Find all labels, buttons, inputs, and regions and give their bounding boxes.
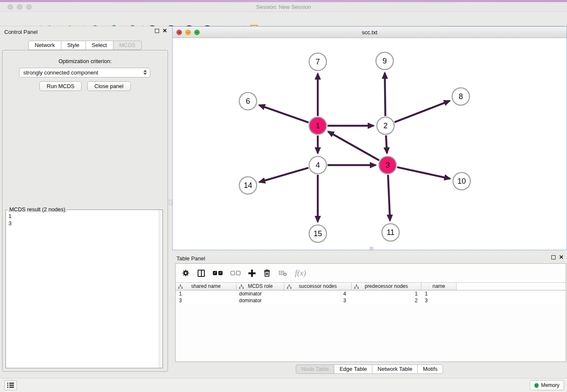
mcds-tab-content: Optimization criterion: strongly connect… (2, 50, 168, 372)
delete-columns-icon[interactable] (264, 268, 270, 279)
function-builder-icon[interactable]: f(x) (295, 268, 306, 279)
table-cell[interactable]: 3 (284, 297, 352, 304)
tab-edge-table[interactable]: Edge Table (334, 364, 372, 374)
column-header-name[interactable]: name (421, 283, 457, 290)
table-row[interactable]: 1 dominator 4 1 1 (176, 290, 566, 297)
tab-node-table[interactable]: Node Table (296, 364, 335, 374)
network-canvas[interactable]: 7968124314101511 (173, 38, 567, 250)
table-row[interactable]: 3 dominator 3 2 3 (176, 297, 566, 304)
criterion-value: strongly connected component (23, 69, 98, 76)
network-window: ✕ − + scc.txt 7968124314101511 (172, 26, 567, 250)
tab-network[interactable]: Network (28, 41, 61, 50)
table-tabs: Node Table Edge Table Network Table Moti… (172, 364, 567, 374)
column-header-mcds-role[interactable]: MCDS role (237, 283, 284, 290)
float-table-panel-icon[interactable] (551, 255, 556, 259)
table-cell[interactable]: dominator (237, 290, 284, 297)
hierarchy-icon (178, 284, 183, 289)
table-panel-header: Table Panel ✕ (172, 253, 567, 264)
close-panel-icon[interactable]: ✕ (162, 29, 167, 33)
table-cell[interactable]: 1 (176, 290, 237, 297)
svg-text:8: 8 (459, 92, 463, 101)
close-table-panel-icon[interactable]: ✕ (559, 255, 564, 259)
tab-style[interactable]: Style (61, 41, 86, 50)
table-settings-icon[interactable] (182, 268, 190, 279)
mcds-result-box: MCDS result (2 nodes) 1 3 (6, 210, 163, 368)
mcds-result-line: 1 (8, 213, 156, 220)
graph-edge-3-11[interactable] (388, 175, 390, 221)
svg-text:15: 15 (314, 229, 322, 238)
application-window: Session: New Session (0, 0, 567, 392)
column-header-predecessor-nodes[interactable]: predecessor nodes (352, 283, 421, 290)
svg-text:7: 7 (316, 58, 320, 66)
criterion-select[interactable]: strongly connected component (19, 68, 150, 77)
graph-edge-2-3[interactable] (386, 135, 387, 153)
graph-node-6[interactable]: 6 (239, 93, 257, 110)
memory-button[interactable]: Memory (530, 380, 564, 390)
graph-edge-2-8[interactable] (394, 101, 449, 122)
tab-select[interactable]: Select (85, 41, 113, 50)
table-cell[interactable]: 3 (421, 297, 457, 304)
canvas-splitter-handle[interactable] (370, 247, 373, 250)
result-scrollbar[interactable] (159, 210, 162, 368)
svg-text:14: 14 (244, 181, 252, 190)
memory-label: Memory (541, 382, 559, 388)
delete-table-icon[interactable] (278, 268, 287, 279)
split-columns-icon[interactable] (198, 268, 205, 279)
network-window-title: scc.txt (173, 29, 567, 36)
graph-node-14[interactable]: 14 (239, 177, 257, 194)
graph-edge-3-10[interactable] (397, 167, 450, 179)
tab-network-table[interactable]: Network Table (372, 364, 418, 374)
unselect-all-columns-icon[interactable] (231, 268, 240, 279)
hierarchy-icon (287, 284, 292, 289)
create-column-icon[interactable] (248, 268, 256, 279)
network-window-titlebar[interactable]: ✕ − + scc.txt (173, 27, 567, 38)
status-bar: Memory (0, 378, 567, 392)
graph-node-9[interactable]: 9 (376, 52, 394, 70)
table-cell[interactable]: 1 (352, 290, 421, 297)
memory-status-icon (534, 383, 539, 388)
graph-edge-3-1[interactable] (328, 132, 379, 160)
mcds-result-list[interactable]: 1 3 (6, 212, 158, 368)
graph-node-10[interactable]: 10 (453, 173, 471, 190)
table-panel: Table Panel ✕ ✓✓ (172, 253, 567, 377)
run-mcds-button[interactable]: Run MCDS (39, 81, 82, 91)
graph-node-3[interactable]: 3 (379, 157, 396, 174)
graph-edge-2-9[interactable] (385, 73, 385, 116)
svg-text:9: 9 (383, 57, 387, 65)
graph-node-4[interactable]: 4 (309, 157, 327, 174)
graph-node-15[interactable]: 15 (309, 225, 327, 243)
column-header-shared-name[interactable]: shared name (176, 283, 237, 290)
close-panel-button[interactable]: Close panel (87, 81, 131, 91)
select-stepper-icon (143, 70, 147, 75)
titlebar: Session: New Session (0, 2, 567, 12)
table-panel-title: Table Panel (176, 255, 205, 262)
graph-node-11[interactable]: 11 (382, 224, 399, 241)
svg-text:11: 11 (387, 228, 395, 237)
graph-node-2[interactable]: 2 (377, 117, 394, 135)
svg-text:4: 4 (316, 161, 320, 169)
select-all-columns-icon[interactable]: ✓✓ (213, 268, 223, 279)
graph-node-8[interactable]: 8 (452, 88, 470, 105)
tab-motifs[interactable]: Motifs (417, 364, 443, 374)
task-history-button[interactable] (4, 380, 17, 390)
graph-node-7[interactable]: 7 (309, 53, 327, 71)
graph-node-1[interactable]: 1 (309, 117, 327, 135)
svg-text:6: 6 (246, 97, 250, 105)
float-panel-icon[interactable] (155, 29, 159, 33)
table-cell[interactable]: dominator (237, 297, 284, 304)
divider-handle[interactable] (169, 200, 172, 205)
network-graph[interactable]: 7968124314101511 (173, 38, 567, 249)
node-table: shared name MCDS role successor nodes pr… (176, 282, 566, 304)
table-cell[interactable]: 3 (176, 297, 237, 304)
table-header-row: shared name MCDS role successor nodes pr… (176, 282, 566, 290)
main-toolbar (0, 12, 567, 26)
table-toolbar: ✓✓ f(x) (176, 264, 566, 282)
column-header-successor-nodes[interactable]: successor nodes (284, 283, 352, 290)
graph-edge-4-14[interactable] (259, 168, 308, 182)
graph-edge-1-6[interactable] (259, 105, 308, 122)
table-cell[interactable]: 1 (421, 290, 457, 297)
table-cell[interactable]: 4 (284, 290, 352, 297)
table-cell[interactable]: 2 (352, 297, 421, 304)
hierarchy-icon (239, 284, 244, 289)
tab-mcds[interactable]: MCDS (113, 41, 142, 50)
